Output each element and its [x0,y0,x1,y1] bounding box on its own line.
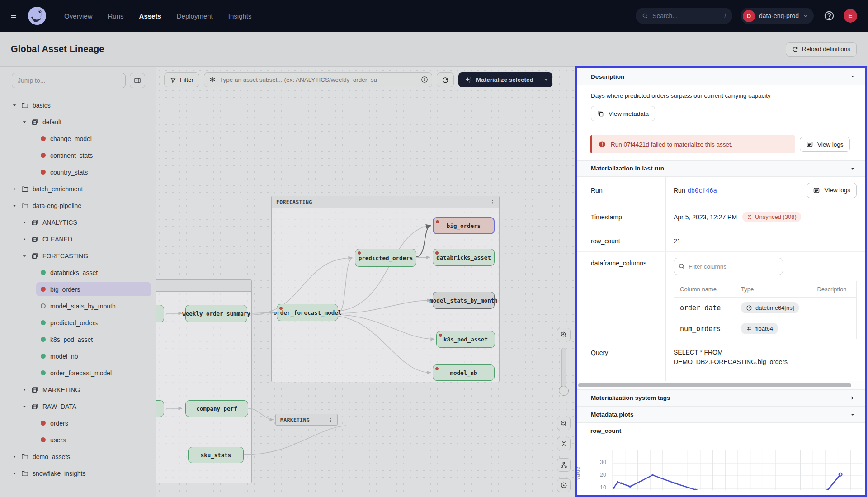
sidebar-item-predicted_orders[interactable]: predicted_orders [0,314,156,331]
failed-run-id-link[interactable]: 07f4421d [624,141,649,148]
nav-insights[interactable]: Insights [228,12,252,20]
metadata-plots-section-header[interactable]: Metadata plots [577,406,865,423]
info-icon[interactable] [421,76,428,83]
tree-item-label: model_nb [50,353,78,360]
view-logs-button[interactable]: View logs [807,183,857,198]
zoom-out-button[interactable] [557,417,571,430]
sidebar-item-country_stats[interactable]: country_stats [0,164,156,180]
caret-down-icon[interactable] [22,404,27,409]
error-dot [436,220,439,223]
asset-node-big_orders[interactable]: big_orders [433,217,495,234]
sidebar-item-k8s_pod_asset[interactable]: k8s_pod_asset [0,331,156,348]
system-tags-section-header[interactable]: Materialization system tags [577,389,865,406]
caret-right-icon[interactable] [22,237,27,242]
view-metadata-button[interactable]: View metadata [591,106,655,121]
sidebar-item-orders[interactable]: orders [0,415,156,431]
tree-item-label: big_orders [50,286,80,293]
sidebar-item-snowflake_insights[interactable]: snowflake_insights [0,465,156,482]
asset-node-partial[interactable] [156,305,164,322]
sidebar-item-order_forecast_model[interactable]: order_forecast_model [0,364,156,381]
asset-node-weekly_order_summary[interactable]: weekly_order_summary [185,305,247,322]
filter-button[interactable]: Filter [164,72,199,87]
view-logs-button[interactable]: View logs [800,137,850,152]
caret-down-icon[interactable] [22,119,27,125]
nav-overview[interactable]: Overview [64,12,93,20]
lineage-edges [156,67,575,497]
asset-node-company_perf[interactable]: company_perf [185,400,248,417]
column-header: Type [735,281,811,298]
row-label: dataframe_columns [577,252,666,341]
dagster-logo[interactable] [27,6,47,26]
asset-node-model_nb[interactable]: model_nb [433,364,495,381]
caret-down-icon[interactable] [849,166,856,172]
sidebar-item-MARKETING[interactable]: MARKETING [0,381,156,398]
materialize-dropdown-button[interactable] [540,72,552,87]
caret-right-icon[interactable] [22,387,27,393]
caret-down-icon[interactable] [12,103,17,108]
asset-node-databricks_asset[interactable]: databricks_asset [433,249,495,266]
relayout-button[interactable] [557,458,571,472]
jump-to-input[interactable] [12,73,126,88]
horizontal-scrollbar[interactable] [577,381,865,389]
sidebar-item-basics[interactable]: basics [0,97,156,114]
tree-item-label: order_forecast_model [50,369,112,377]
caret-right-icon[interactable] [12,471,17,476]
caret-down-icon[interactable] [22,253,27,259]
chevron-down-icon [543,77,549,83]
scrollbar-thumb[interactable] [578,383,851,387]
filter-columns-input[interactable] [674,258,783,275]
asset-node-order_forecast_model[interactable]: order_forecast_model [277,304,338,321]
sidebar-item-demo_assets[interactable]: demo_assets [0,448,156,465]
asset-node-predicted_orders[interactable]: predicted_orders [355,249,416,267]
reload-definitions-button[interactable]: Reload definitions [786,42,857,57]
sidebar-item-data-eng-pipeline[interactable]: data-eng-pipeline [0,197,156,214]
sidebar-item-batch_enrichment[interactable]: batch_enrichment [0,180,156,197]
collapse-sidebar-button[interactable] [130,73,145,88]
materialize-selected-button[interactable]: Materialize selected [458,72,540,87]
lineage-graph-canvas[interactable]: FORECASTING MARKETING [156,67,575,497]
refresh-graph-button[interactable] [437,72,454,87]
sidebar-item-databricks_asset[interactable]: databricks_asset [0,264,156,281]
zoom-in-button[interactable] [557,328,571,341]
recenter-button[interactable] [557,478,571,492]
hamburger-menu-icon[interactable] [10,12,17,19]
nav-deployment[interactable]: Deployment [177,12,213,20]
sidebar-item-CLEANED[interactable]: CLEANED [0,231,156,247]
caret-right-icon[interactable] [22,220,27,225]
unsynced-badge[interactable]: Unsynced (308) [742,212,801,222]
run-id-link[interactable]: db0cf46a [688,187,717,194]
deployment-switcher[interactable]: D data-eng-prod [741,8,814,24]
nav-assets[interactable]: Assets [139,12,161,20]
failed-run-text: Run 07f4421d failed to materialize this … [611,141,732,148]
asset-subset-input[interactable] [204,72,432,87]
caret-right-icon[interactable] [12,454,17,459]
caret-right-icon[interactable] [12,186,17,192]
sidebar-item-ANALYTICS[interactable]: ANALYTICS [0,214,156,231]
sidebar-item-FORECASTING[interactable]: FORECASTING [0,247,156,264]
asset-node-model_stats_by_month[interactable]: model_stats_by_month [433,292,495,309]
asset-node-k8s_pod_asset[interactable]: k8s_pod_asset [436,331,495,348]
search-input[interactable] [652,12,707,19]
zoom-slider-handle[interactable] [559,386,569,396]
description-section-header[interactable]: Description [577,68,865,85]
sidebar-item-continent_stats[interactable]: continent_stats [0,147,156,164]
sidebar-item-big_orders[interactable]: big_orders [0,281,156,298]
sidebar-item-default[interactable]: default [0,114,156,130]
sidebar-item-RAW_DATA[interactable]: RAW_DATA [0,398,156,415]
global-search[interactable]: / [636,8,732,24]
last-run-section-header[interactable]: Materialization in last run [577,160,865,177]
caret-down-icon[interactable] [849,412,856,418]
sidebar-item-model_stats_by_month[interactable]: model_stats_by_month [0,298,156,314]
sidebar-item-users[interactable]: users [0,431,156,448]
caret-down-icon[interactable] [12,203,17,208]
asset-node-partial[interactable] [156,400,164,417]
sidebar-item-change_model[interactable]: change_model [0,130,156,147]
caret-down-icon[interactable] [849,73,856,80]
collapse-groups-button[interactable] [557,437,571,450]
user-avatar[interactable]: E [844,9,857,23]
sidebar-item-model_nb[interactable]: model_nb [0,348,156,364]
asset-node-sku_stats[interactable]: sku_stats [188,447,244,463]
chevron-right-icon[interactable] [849,395,856,401]
help-icon[interactable] [824,10,835,21]
nav-runs[interactable]: Runs [108,12,124,20]
